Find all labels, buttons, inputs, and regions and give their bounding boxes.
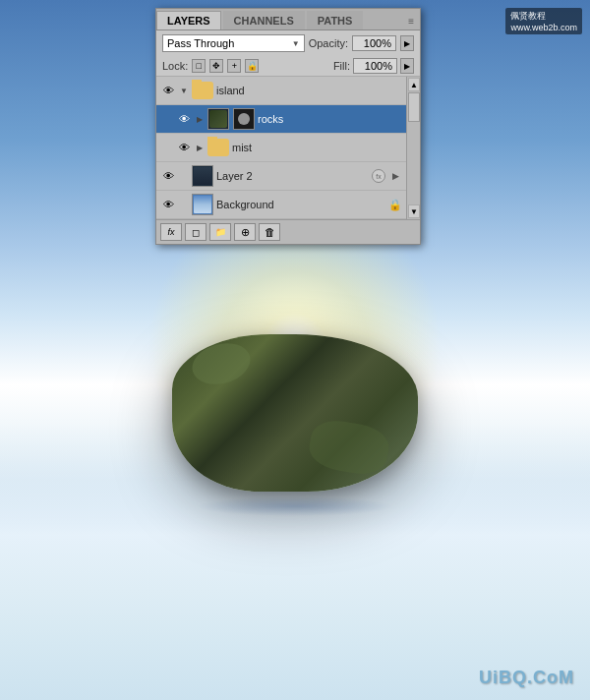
panel-tabs: LAYERS CHANNELS PATHS ≡ [156,9,420,30]
fill-value[interactable]: 100% [353,58,397,74]
thumb-rocks [207,108,229,130]
eye-icon-rocks[interactable] [176,111,192,127]
name-rocks: rocks [258,113,402,125]
mask-button[interactable]: ◻ [185,223,206,241]
name-layer2: Layer 2 [216,170,369,182]
eye-icon-island[interactable] [160,83,176,98]
layer-mist[interactable]: ▶ mist [156,134,406,162]
rock-shadow [197,496,393,516]
tab-paths[interactable]: PATHS [307,11,364,29]
new-layer-button[interactable]: ⊕ [234,223,256,241]
arrow-badge-layer2: ▶ [388,169,402,183]
rock-island [172,334,418,511]
fill-row: Fill: 100% ▶ [333,58,414,74]
lock-label: Lock: [162,60,188,72]
lock-row: Lock: □ ✥ + 🔒 Fill: 100% ▶ [156,56,420,77]
thumb-background [192,194,213,215]
blend-opacity-row: Pass Through ▼ Opacity: 100% ▶ [156,30,420,56]
opacity-arrow-btn[interactable]: ▶ [400,35,414,51]
folder-icon-mist [207,139,229,156]
opacity-label: Opacity: [309,37,348,49]
layers-list: ▼ island ▶ rocks ▶ [156,77,406,219]
layer-2[interactable]: Layer 2 fx ▶ [156,162,406,191]
tab-layers[interactable]: LAYERS [156,11,221,29]
blend-mode-value: Pass Through [167,37,234,49]
top-watermark: 佩贤教程 www.web2b.com [505,8,582,34]
lock-position-icon[interactable]: + [227,59,241,73]
scroll-up-btn[interactable]: ▲ [408,78,420,91]
fx-button[interactable]: fx [160,223,182,241]
eye-icon-mist[interactable] [176,140,192,155]
eye-icon-layer2[interactable] [160,168,176,184]
tab-channels[interactable]: CHANNELS [223,11,305,29]
new-group-button[interactable]: 📁 [209,223,231,241]
expand-mist[interactable]: ▶ [195,143,205,152]
panel-menu-button[interactable]: ≡ [402,13,420,29]
folder-icon-island [192,82,213,99]
lock-badge-background: 🔒 [388,199,402,211]
mask-shape-rocks [238,113,250,125]
lock-all-icon[interactable]: 🔒 [245,59,259,73]
expand-rocks[interactable]: ▶ [195,114,205,124]
bottom-watermark: UiBQ.CoM [479,668,574,688]
opacity-row: Opacity: 100% ▶ [309,35,414,51]
thumb-layer2 [192,165,213,187]
lock-transparency-icon[interactable]: □ [192,59,206,73]
eye-icon-background[interactable] [160,197,176,212]
lock-image-icon[interactable]: ✥ [209,59,223,73]
fill-label: Fill: [333,60,350,72]
mask-rocks [233,108,255,130]
watermark-line2: www.web2b.com [510,23,577,32]
blend-mode-arrow: ▼ [292,39,300,48]
expand-island[interactable]: ▼ [179,86,189,95]
name-background: Background [216,199,385,210]
fill-arrow-btn[interactable]: ▶ [400,58,414,74]
thumb-island [192,80,213,101]
scroll-down-btn[interactable]: ▼ [408,204,420,218]
name-mist: mist [232,142,402,153]
panel-bottom-toolbar: fx ◻ 📁 ⊕ 🗑 [156,219,420,244]
layers-list-container: ▼ island ▶ rocks ▶ [156,77,420,219]
blend-mode-select[interactable]: Pass Through ▼ [162,34,305,52]
layer-island[interactable]: ▼ island [156,77,406,105]
delete-button[interactable]: 🗑 [259,223,280,241]
thumb-mist [207,137,229,158]
name-island: island [216,85,402,96]
layers-scrollbar[interactable]: ▲ ▼ [406,77,420,219]
fx-badge-layer2[interactable]: fx [372,169,385,183]
opacity-value[interactable]: 100% [352,35,396,51]
layers-panel: LAYERS CHANNELS PATHS ≡ Pass Through ▼ O… [155,8,421,245]
watermark-line1: 佩贤教程 [510,10,577,23]
rock-body [172,334,418,492]
scroll-thumb[interactable] [408,92,420,122]
layer-rocks[interactable]: ▶ rocks [156,105,406,134]
layer-background[interactable]: Background 🔒 [156,191,406,219]
